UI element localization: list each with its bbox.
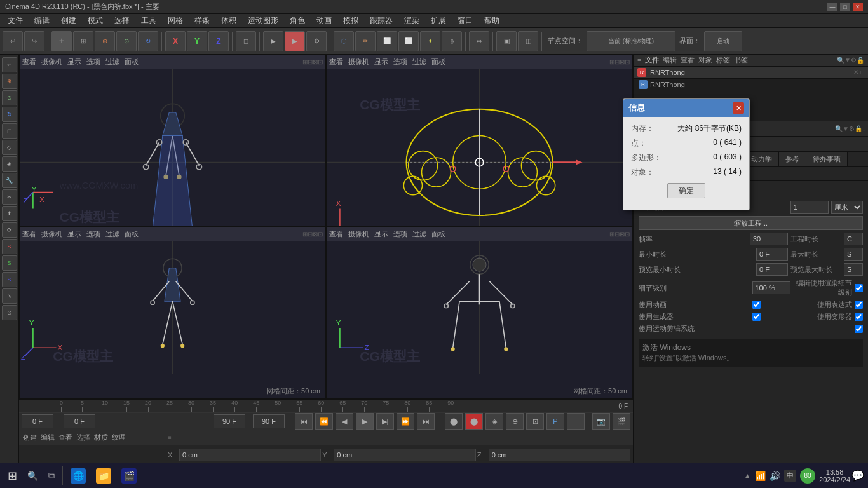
rotate-button[interactable]: ↻ <box>138 31 158 51</box>
vp-cam3[interactable]: 摄像机 <box>41 229 62 239</box>
dots-btn[interactable]: ⋯ <box>567 413 585 430</box>
obj-tag[interactable]: 标签 <box>716 55 730 65</box>
sb-magnet[interactable]: 🔧 <box>2 173 17 188</box>
vp-view4[interactable]: 查看 <box>329 229 343 239</box>
sb-s2[interactable]: S <box>2 255 17 271</box>
vp-panel4[interactable]: 面板 <box>431 229 445 239</box>
flip-btn[interactable]: ⇔ <box>469 31 489 51</box>
motion3-btn[interactable]: P <box>546 413 564 430</box>
axis-y[interactable]: Y <box>187 31 207 51</box>
ps-mintime-input[interactable] <box>756 248 788 261</box>
browser-taskbtn[interactable]: 🌐 <box>65 466 91 486</box>
sb-bend[interactable]: ∿ <box>2 288 17 304</box>
viewport-perspective[interactable]: 查看 摄像机 显示 选项 过滤 面板 ⊞⊟⊠⊡ 透视视图 默认摄像机 ° 网格间… <box>19 55 326 227</box>
obj-mode-btn[interactable]: ◻ <box>236 31 256 51</box>
render-settings[interactable]: ⚙ <box>306 31 327 51</box>
interface-select[interactable]: 启动 <box>704 31 742 51</box>
select-live-button[interactable]: ✛ <box>51 31 72 51</box>
ps-scale-input[interactable] <box>790 201 829 214</box>
mat-create[interactable]: 创建 <box>23 433 37 442</box>
sb-scale[interactable]: ⊙ <box>2 90 17 105</box>
sb-loop[interactable]: ⟳ <box>2 222 17 238</box>
system-clock[interactable]: 13:58 2024/2/24 <box>819 468 850 484</box>
menu-tools[interactable]: 工具 <box>136 14 161 27</box>
obj-tree-item[interactable]: R RNRThong <box>634 79 868 90</box>
scale-project-btn[interactable]: 缩放工程... <box>639 216 863 230</box>
vp-disp3[interactable]: 显示 <box>67 229 81 239</box>
menu-mode[interactable]: 模式 <box>83 14 108 27</box>
ps-projlen-val[interactable] <box>844 233 863 245</box>
obj-green-btn[interactable]: ⬜ <box>377 31 397 51</box>
motion2-btn[interactable]: ⊡ <box>526 413 544 430</box>
ps-detail-input[interactable] <box>752 281 790 294</box>
mat-texture[interactable]: 纹理 <box>112 433 126 442</box>
viewport-right[interactable]: 查看 摄像机 显示 选项 过滤 面板 ⊞⊟⊠⊡ 右视图 网格间距：50 cm <box>19 227 326 399</box>
cam-btn[interactable]: 📷 <box>592 413 610 430</box>
select-rect-button[interactable]: ⊞ <box>73 31 93 51</box>
sb-select1[interactable]: ◻ <box>2 123 17 139</box>
menu-simulate[interactable]: 模拟 <box>338 14 363 27</box>
tab-references[interactable]: 参考 <box>779 152 806 166</box>
menu-help[interactable]: 帮助 <box>479 14 505 27</box>
vp-cam1[interactable]: 摄像机 <box>41 57 62 67</box>
auto-key-btn[interactable]: ⬤ <box>465 413 483 430</box>
explorer-taskbtn[interactable]: 📁 <box>91 466 116 486</box>
motion-btn[interactable]: ⊕ <box>506 413 524 430</box>
ps-usegen-cb[interactable] <box>752 313 761 321</box>
render-region[interactable]: ▶ <box>263 31 283 51</box>
axis-x[interactable]: X <box>165 31 186 51</box>
sb-knife[interactable]: ✂ <box>2 189 17 205</box>
coord-y-val[interactable]: 0 cm <box>334 449 475 461</box>
mat-material[interactable]: 材质 <box>94 433 108 442</box>
ps-usedeform-cb[interactable] <box>855 313 863 321</box>
vp-view3[interactable]: 查看 <box>22 229 36 239</box>
taskview-button[interactable]: ⧉ <box>43 466 60 486</box>
vp-filt4[interactable]: 过滤 <box>412 229 426 239</box>
vp-panel2[interactable]: 面板 <box>431 57 445 67</box>
go-start-button[interactable]: ⏮ <box>295 413 313 430</box>
render-anim-btn[interactable]: 🎬 <box>613 413 630 430</box>
fx-btn[interactable]: ✦ <box>420 31 440 51</box>
menu-select[interactable]: 选择 <box>109 14 135 27</box>
record-btn[interactable]: ⬤ <box>445 413 463 430</box>
vp-filt3[interactable]: 过滤 <box>105 229 119 239</box>
ps-fps-input[interactable] <box>750 233 788 245</box>
sb-snap[interactable]: ⊙ <box>2 305 17 320</box>
menu-extend[interactable]: 扩展 <box>426 14 451 27</box>
prev-key-button[interactable]: ⏪ <box>315 413 333 430</box>
sb-select2[interactable]: ◇ <box>2 140 17 155</box>
deform-btn[interactable]: ⟠ <box>442 31 462 51</box>
vp-disp4[interactable]: 显示 <box>374 229 388 239</box>
vp-opt3[interactable]: 选项 <box>86 229 100 239</box>
mat-select[interactable]: 选择 <box>76 433 90 442</box>
vp-cam2[interactable]: 摄像机 <box>348 57 369 67</box>
mat-edit[interactable]: 编辑 <box>41 433 55 442</box>
vp-disp1[interactable]: 显示 <box>67 57 81 67</box>
coord-z-val[interactable]: 0 cm <box>489 449 630 461</box>
key-mode-btn[interactable]: ◈ <box>485 413 503 430</box>
menu-mesh[interactable]: 网格 <box>163 14 188 27</box>
ps-useexpr-cb[interactable] <box>855 301 863 309</box>
viewport-top[interactable]: 查看 摄像机 显示 选项 过滤 面板 ⊞⊟⊠⊡ 顶视图 网格间距：5 cm <box>326 55 633 227</box>
start-button[interactable]: ⊞ <box>3 466 22 486</box>
obj-object[interactable]: 对象 <box>698 55 712 65</box>
render-queue[interactable]: ◫ <box>518 31 538 51</box>
menu-animate[interactable]: 动画 <box>311 14 337 27</box>
paint-btn[interactable]: ✏ <box>355 31 376 51</box>
nodespace-select[interactable]: 当前 (标准/物理) <box>587 31 675 51</box>
vp-panel3[interactable]: 面板 <box>125 229 139 239</box>
menu-volume[interactable]: 体积 <box>216 14 241 27</box>
sb-extrude[interactable]: ⬆ <box>2 206 17 221</box>
move-button[interactable]: ⊕ <box>95 31 115 51</box>
vp-opt4[interactable]: 选项 <box>393 229 407 239</box>
redo-button[interactable]: ↪ <box>24 31 44 51</box>
vp-filt1[interactable]: 过滤 <box>105 57 119 67</box>
end-frame-input[interactable] <box>214 414 245 428</box>
render-view[interactable]: ▶ <box>285 31 305 51</box>
obj-bookmark[interactable]: 书签 <box>734 55 748 65</box>
ps-maxtime-val[interactable] <box>844 248 863 261</box>
notification-button[interactable]: 💬 <box>850 463 865 489</box>
vp-opt1[interactable]: 选项 <box>86 57 100 67</box>
cube-btn[interactable]: ⬡ <box>334 31 354 51</box>
sb-select3[interactable]: ◈ <box>2 156 17 172</box>
